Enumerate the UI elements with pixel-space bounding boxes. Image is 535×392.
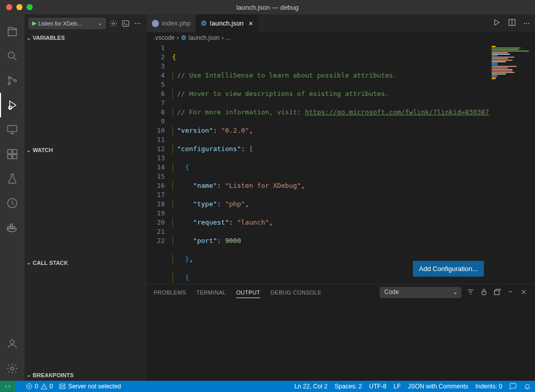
expand-panel-icon[interactable] xyxy=(506,288,515,298)
window-title: launch.json — debug xyxy=(236,4,298,11)
add-configuration-button[interactable]: Add Configuration... xyxy=(413,261,484,277)
svg-rect-21 xyxy=(495,290,499,295)
cursor-position[interactable]: Ln 22, Col 2 xyxy=(294,383,328,390)
docker-icon[interactable] xyxy=(0,215,25,240)
remote-explorer-icon[interactable] xyxy=(0,117,25,142)
chevron-down-icon: ⌄ xyxy=(27,35,31,41)
remote-indicator[interactable] xyxy=(0,381,15,392)
panel: PROBLEMS TERMINAL OUTPUT DEBUG CONSOLE C… xyxy=(147,284,535,381)
timeline-icon[interactable] xyxy=(0,191,25,215)
more-icon[interactable]: ⋯ xyxy=(133,19,143,28)
json-file-icon: ⚙ xyxy=(201,19,207,27)
close-window-button[interactable] xyxy=(6,4,12,10)
panel-tab-problems[interactable]: PROBLEMS xyxy=(154,287,187,298)
svg-point-1 xyxy=(8,77,10,79)
source-control-icon[interactable] xyxy=(0,68,25,93)
minimap[interactable] xyxy=(489,43,535,284)
editor-tabs: index.php ⚙ launch.json × ⋯ xyxy=(147,14,535,32)
watch-section[interactable]: ⌄WATCH xyxy=(25,144,147,156)
run-icon[interactable] xyxy=(493,18,501,28)
json-file-icon: ⚙ xyxy=(181,34,187,41)
output-channel-select[interactable]: Code xyxy=(380,287,461,298)
svg-point-15 xyxy=(10,340,14,344)
debug-console-icon[interactable] xyxy=(121,19,130,28)
panel-tab-output[interactable]: OUTPUT xyxy=(236,287,260,298)
activity-bar xyxy=(0,14,25,381)
svg-rect-14 xyxy=(10,224,12,226)
gear-icon[interactable] xyxy=(109,19,118,28)
panel-tab-terminal[interactable]: TERMINAL xyxy=(196,287,226,298)
breadcrumb[interactable]: .vscode › ⚙ launch.json › ... xyxy=(147,32,535,43)
eol[interactable]: LF xyxy=(393,383,401,390)
run-debug-icon[interactable] xyxy=(0,93,25,117)
callstack-section[interactable]: ⌄CALL STACK xyxy=(25,257,147,268)
extensions-icon[interactable] xyxy=(0,142,25,166)
svg-rect-7 xyxy=(13,150,17,154)
filter-icon[interactable] xyxy=(467,288,475,298)
svg-rect-9 xyxy=(13,155,17,159)
code-editor[interactable]: 12345678910111213141516171819202122 { //… xyxy=(147,43,535,284)
lock-icon[interactable] xyxy=(480,288,488,298)
search-icon[interactable] xyxy=(0,44,25,68)
svg-rect-24 xyxy=(60,387,65,389)
variables-section[interactable]: ⌄VARIABLES xyxy=(25,32,147,43)
explorer-icon[interactable] xyxy=(0,19,25,44)
encoding[interactable]: UTF-8 xyxy=(369,383,386,390)
php-file-icon xyxy=(152,20,159,27)
svg-rect-18 xyxy=(123,20,129,26)
language-mode[interactable]: JSON with Comments xyxy=(408,383,468,390)
server-status[interactable]: Server not selected xyxy=(59,383,121,390)
debug-config-dropdown[interactable]: ▶ Listen for XDeb… ⌄ xyxy=(29,18,106,29)
svg-point-2 xyxy=(8,83,10,85)
testing-icon[interactable] xyxy=(0,166,25,191)
svg-rect-23 xyxy=(60,384,65,386)
window-controls xyxy=(0,4,33,10)
svg-point-16 xyxy=(11,367,14,370)
svg-point-17 xyxy=(112,22,114,24)
svg-point-0 xyxy=(8,52,14,58)
chevron-down-icon: ⌄ xyxy=(27,148,31,153)
settings-gear-icon[interactable] xyxy=(0,356,25,381)
tab-index-php[interactable]: index.php xyxy=(147,14,196,32)
close-tab-icon[interactable]: × xyxy=(249,19,253,28)
status-bar: 0 0 Server not selected Ln 22, Col 2 Spa… xyxy=(0,381,535,392)
indentation[interactable]: Spaces: 2 xyxy=(335,383,362,390)
errors-warnings[interactable]: 0 0 xyxy=(26,383,53,390)
tab-launch-json[interactable]: ⚙ launch.json × xyxy=(196,14,258,32)
chevron-down-icon: ⌄ xyxy=(98,20,102,27)
debug-sidebar: ▶ Listen for XDeb… ⌄ ⋯ ⌄VARIABLES ⌄WATCH… xyxy=(25,14,147,381)
panel-tab-debug-console[interactable]: DEBUG CONSOLE xyxy=(270,287,321,298)
split-editor-icon[interactable] xyxy=(508,18,516,28)
maximize-window-button[interactable] xyxy=(27,4,33,10)
debug-config-label: Listen for XDeb… xyxy=(38,20,83,27)
svg-rect-8 xyxy=(8,155,12,159)
svg-point-3 xyxy=(14,80,16,82)
chevron-down-icon: ⌄ xyxy=(27,260,31,265)
line-numbers: 12345678910111213141516171819202122 xyxy=(147,43,172,284)
indents[interactable]: Indents: 0 xyxy=(475,383,502,390)
notifications-icon[interactable] xyxy=(524,383,531,390)
minimize-window-button[interactable] xyxy=(16,4,22,10)
more-actions-icon[interactable]: ⋯ xyxy=(523,19,530,27)
breakpoints-section[interactable]: ⌄BREAKPOINTS xyxy=(25,370,147,381)
title-bar: launch.json — debug xyxy=(0,0,535,14)
accounts-icon[interactable] xyxy=(0,332,25,356)
close-panel-icon[interactable] xyxy=(520,288,528,298)
svg-rect-6 xyxy=(8,150,12,154)
svg-rect-20 xyxy=(482,291,486,295)
svg-rect-5 xyxy=(8,126,17,132)
chevron-down-icon: ⌄ xyxy=(27,372,31,378)
play-icon: ▶ xyxy=(32,20,36,27)
clear-icon[interactable] xyxy=(493,288,501,298)
feedback-icon[interactable] xyxy=(509,383,517,390)
